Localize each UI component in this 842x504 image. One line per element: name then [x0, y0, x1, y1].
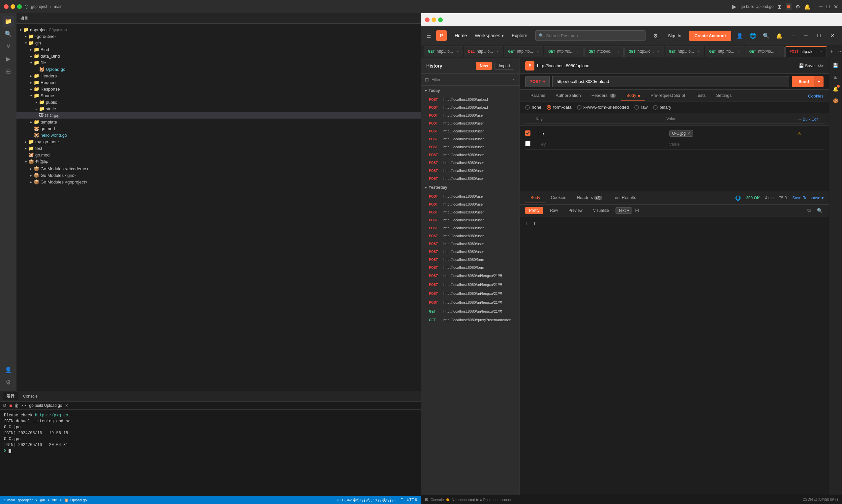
history-item[interactable]: POST http://localhost:8080/user [421, 232, 520, 240]
tree-item-response[interactable]: ▸ 📁 Response [17, 86, 421, 92]
run-restart-icon[interactable]: ↺ [3, 403, 6, 408]
tab-close-icon[interactable]: ✕ [737, 50, 740, 53]
more-icon[interactable]: ⋯ [788, 31, 797, 40]
filter-response-icon[interactable]: ⊟ [635, 207, 639, 214]
radio-urlencoded[interactable]: x-www-form-urlencoded [577, 105, 629, 110]
postman-win-max-btn[interactable] [438, 17, 443, 22]
cookies-link[interactable]: Cookies [808, 91, 824, 101]
raw-button[interactable]: Raw [546, 207, 562, 214]
tab-post-active[interactable]: POST http://lo... ✕ [785, 46, 827, 57]
history-item[interactable]: POST http://localhost:8080/uri/fengxu/21… [421, 289, 520, 298]
tab-authorization[interactable]: Authorization [550, 90, 586, 101]
tree-item-helloworld[interactable]: ▸ 🐹 hello world.go [17, 132, 421, 138]
save-button[interactable]: 💾 Save [799, 63, 815, 68]
history-item[interactable]: POST http://localhost:8080/user [421, 200, 520, 208]
tab-close-icon[interactable]: ✕ [617, 50, 619, 53]
sign-in-button[interactable]: Sign In [664, 31, 685, 40]
nav-home[interactable]: Home [452, 32, 470, 39]
restore-icon[interactable]: □ [814, 31, 824, 40]
value-input[interactable] [669, 142, 795, 147]
history-item[interactable]: POST http://localhost:8080/user [421, 240, 520, 248]
tab-params[interactable]: Params [525, 90, 550, 101]
send-dropdown-button[interactable]: ▾ [814, 76, 824, 87]
tree-item-goproject[interactable]: ▾ 📁 goproject G:\goproject [17, 26, 421, 33]
history-item[interactable]: POST http://localhost:8080/user [421, 224, 520, 232]
extensions-activity-icon[interactable]: ⊟ [3, 66, 14, 77]
sidebar-more-icon[interactable]: ⋯ [511, 77, 515, 82]
preview-button[interactable]: Preview [564, 207, 586, 214]
console-label[interactable]: Console [431, 498, 444, 502]
search-input[interactable] [536, 30, 646, 41]
translate-icon[interactable]: 🌐 [748, 31, 758, 40]
tree-item-mynote[interactable]: ▸ 📁 my_go_note [17, 138, 421, 145]
tree-item-bind[interactable]: ▸ 📁 Bind [17, 46, 421, 53]
tree-item-public[interactable]: ▸ 📁 public [17, 99, 421, 105]
history-item[interactable]: GET http://localhost:8080/uri/fengxu/21/… [421, 307, 520, 316]
rhs-save-icon[interactable]: 💾 [831, 60, 840, 70]
tab-headers[interactable]: Headers 8 [586, 90, 621, 101]
row-checkbox[interactable] [525, 130, 530, 136]
method-select[interactable]: POST ▾ [525, 76, 549, 87]
response-tab-headers[interactable]: Headers (2) [572, 192, 608, 203]
extensions-icon[interactable]: ⊞ [777, 4, 782, 10]
tab-body[interactable]: Body [621, 90, 645, 101]
tree-item-extlibs[interactable]: ▾ 📦 外部库 [17, 158, 421, 165]
history-item[interactable]: POST http://localhost:8080/uri/fengxu/21… [421, 271, 520, 280]
history-item[interactable]: POST http://localhost:8080/form [421, 256, 520, 264]
tab-get-6[interactable]: GET http://lo... ✕ [665, 46, 704, 57]
tab-close-icon[interactable]: ✕ [537, 50, 539, 53]
tab-delete-1[interactable]: DEL http://lo... ✕ [464, 46, 503, 57]
nav-workspaces[interactable]: Workspaces ▾ [475, 33, 504, 38]
tab-close-icon[interactable]: ✕ [697, 50, 700, 53]
response-tab-body[interactable]: Body [525, 192, 546, 203]
history-item[interactable]: POST http://localhost:8080/user [421, 135, 520, 143]
history-item[interactable]: POST http://localhost:8080/user [421, 175, 520, 182]
tree-item-request[interactable]: ▸ 📁 Request [17, 79, 421, 86]
radio-none[interactable]: none [525, 105, 541, 110]
tab-close-icon[interactable]: ✕ [820, 50, 823, 53]
tab-settings[interactable]: Settings [711, 90, 737, 101]
history-item[interactable]: POST http://localhost:8080/upload [421, 104, 520, 111]
tree-item-goroutine[interactable]: ▸ 📁 -goroutine- [17, 33, 421, 39]
history-item[interactable]: GET http://localhost:8080/query?username… [421, 316, 520, 324]
format-select[interactable]: Text ▾ [615, 207, 632, 214]
history-item[interactable]: POST http://localhost:8080/user [421, 127, 520, 135]
row-checkbox[interactable] [525, 141, 530, 146]
notifications-icon[interactable]: 🔔 [804, 4, 811, 10]
search-activity-icon[interactable]: 🔍 [3, 28, 14, 39]
run-close-icon[interactable]: ✕ [65, 403, 68, 408]
tree-item-gomod-etcd[interactable]: ▸ 📦 Go Modules <etcddemo> [17, 165, 421, 172]
tree-item-gin[interactable]: ▾ 📁 gin [17, 39, 421, 46]
tab-close-icon[interactable]: ✕ [577, 50, 579, 53]
tree-item-gomod-goproject[interactable]: ▸ 📦 Go Modules <goproject> [17, 179, 421, 185]
tab-get-8[interactable]: GET http://lo... ✕ [745, 46, 785, 57]
settings-icon[interactable]: ⚙ [651, 31, 660, 40]
history-item[interactable]: POST http://localhost:8080/user [421, 192, 520, 200]
account-icon[interactable]: 👤 [3, 364, 14, 376]
tab-get-1[interactable]: GET http://lo... ✕ [424, 46, 463, 57]
tab-get-7[interactable]: GET http://lo... ✕ [705, 46, 744, 57]
three-dot-icon[interactable]: ⋯ [797, 116, 802, 122]
run-clear-icon[interactable]: 🗑 [15, 403, 19, 408]
radio-form-data[interactable]: form-data [547, 105, 572, 110]
key-input[interactable] [538, 142, 664, 147]
history-item[interactable]: POST http://localhost:8080/user [421, 216, 520, 224]
os-close-btn[interactable] [4, 4, 8, 9]
history-item[interactable]: POST http://localhost:8080/user [421, 208, 520, 216]
explorer-icon[interactable]: 📁 [3, 16, 14, 27]
tab-get-3[interactable]: GET http://lo... ✕ [544, 46, 583, 57]
tab-close-icon[interactable]: ✕ [657, 50, 660, 53]
bell-icon[interactable]: 🔔 [775, 31, 784, 40]
bulk-edit-button[interactable]: Bulk Edit [803, 117, 818, 122]
run-tab-run[interactable]: 运行 [3, 392, 18, 400]
radio-binary[interactable]: binary [653, 105, 671, 110]
run-more-icon[interactable]: ⋯ [22, 403, 27, 408]
history-item[interactable]: POST http://localhost:8080/user [421, 159, 520, 167]
tree-item-source[interactable]: ▾ 📁 Source [17, 92, 421, 99]
run-icon[interactable]: ▶ [732, 3, 737, 10]
nav-explore[interactable]: Explore [509, 32, 530, 39]
visualize-button[interactable]: Visualize [589, 207, 613, 214]
send-button[interactable]: Send [792, 76, 815, 87]
tree-item-test[interactable]: ▸ 📁 test [17, 145, 421, 151]
tab-close-icon[interactable]: ✕ [778, 50, 780, 53]
